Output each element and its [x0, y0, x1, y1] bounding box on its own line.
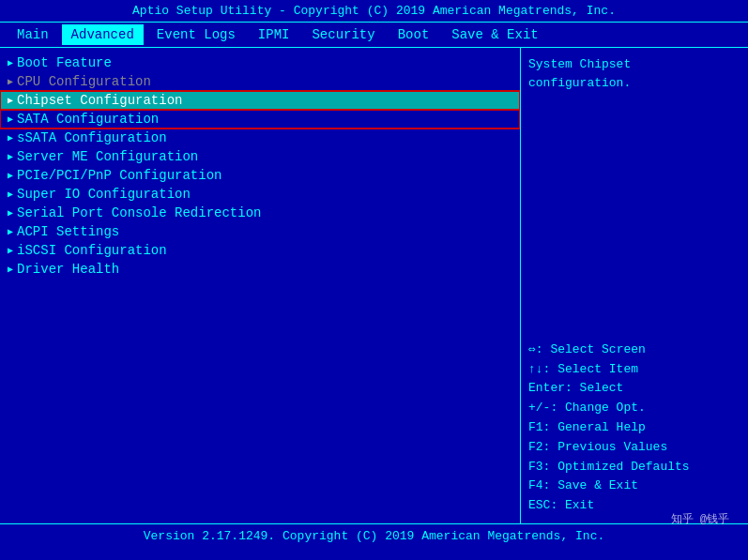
menu-item-boot[interactable]: Boot [389, 24, 439, 45]
menu-item-2[interactable]: ▶Chipset Configuration [0, 91, 520, 110]
key-help-line: Enter: Select [528, 379, 740, 399]
arrow-icon-1: ▶ [8, 76, 13, 87]
left-panel: ▶Boot Feature▶CPU Configuration▶Chipset … [0, 48, 521, 523]
arrow-icon-9: ▶ [8, 226, 13, 237]
menu-item-ipmi[interactable]: IPMI [249, 24, 299, 45]
menu-item-advanced[interactable]: Advanced [62, 24, 144, 45]
menu-item-event-logs[interactable]: Event Logs [147, 24, 245, 45]
arrow-icon-5: ▶ [8, 151, 13, 162]
key-help-line: F1: General Help [528, 418, 740, 438]
menu-item-save-&-exit[interactable]: Save & Exit [442, 24, 547, 45]
arrow-icon-7: ▶ [8, 189, 13, 200]
help-line: System Chipset [528, 55, 740, 74]
menu-label-0: Boot Feature [17, 55, 112, 70]
arrow-icon-3: ▶ [8, 114, 13, 125]
arrow-icon-0: ▶ [8, 57, 13, 68]
menu-item-6[interactable]: ▶PCIe/PCI/PnP Configuration [0, 166, 520, 185]
menu-label-1: CPU Configuration [17, 74, 151, 89]
menu-item-0[interactable]: ▶Boot Feature [0, 53, 520, 72]
main-content: ▶Boot Feature▶CPU Configuration▶Chipset … [0, 48, 748, 523]
menu-label-3: SATA Configuration [17, 112, 159, 127]
menu-item-security[interactable]: Security [302, 24, 384, 45]
menu-label-5: Server ME Configuration [17, 149, 198, 164]
arrow-icon-8: ▶ [8, 207, 13, 219]
bottom-menu-item-1[interactable]: ▶Driver Health [0, 260, 520, 279]
menu-item-5[interactable]: ▶Server ME Configuration [0, 147, 520, 166]
menu-item-4[interactable]: ▶sSATA Configuration [0, 129, 520, 147]
title-text: Aptio Setup Utility - Copyright (C) 2019… [132, 4, 616, 18]
key-help-line: ⇔: Select Screen [528, 341, 740, 360]
key-help: ⇔: Select Screen↑↓: Select ItemEnter: Se… [528, 341, 740, 516]
key-help-line: F3: Optimized Defaults [528, 458, 740, 477]
help-text: System Chipsetconfiguration. [528, 55, 740, 92]
bottom-menu-label-1: Driver Health [17, 262, 119, 277]
title-bar: Aptio Setup Utility - Copyright (C) 2019… [0, 0, 748, 22]
key-help-line: F2: Previous Values [528, 438, 740, 458]
bottom-bar: Version 2.17.1249. Copyright (C) 2019 Am… [0, 523, 748, 548]
bottom-arrow-icon-0: ▶ [8, 245, 13, 256]
arrow-icon-4: ▶ [8, 132, 13, 144]
bottom-arrow-icon-1: ▶ [8, 264, 13, 275]
key-help-line: F4: Save & Exit [528, 477, 740, 496]
bottom-menu-label-0: iSCSI Configuration [17, 243, 167, 258]
menu-label-4: sSATA Configuration [17, 130, 167, 145]
arrow-icon-2: ▶ [8, 95, 13, 106]
menu-item-7[interactable]: ▶Super IO Configuration [0, 185, 520, 204]
help-line: configuration. [528, 74, 740, 93]
menu-item-1[interactable]: ▶CPU Configuration [0, 72, 520, 91]
menu-label-7: Super IO Configuration [17, 187, 191, 202]
arrow-icon-6: ▶ [8, 170, 13, 181]
menu-item-9[interactable]: ▶ACPI Settings [0, 222, 520, 241]
menu-item-8[interactable]: ▶Serial Port Console Redirection [0, 204, 520, 222]
menu-item-3[interactable]: ▶SATA Configuration [0, 110, 520, 129]
key-help-line: ↑↓: Select Item [528, 360, 740, 380]
footer-text: Version 2.17.1249. Copyright (C) 2019 Am… [144, 529, 604, 543]
right-panel: System Chipsetconfiguration. ⇔: Select S… [521, 48, 748, 523]
menu-label-6: PCIe/PCI/PnP Configuration [17, 168, 221, 183]
menu-item-main[interactable]: Main [8, 24, 58, 45]
menu-label-2: Chipset Configuration [17, 93, 182, 108]
bottom-menu-item-0[interactable]: ▶iSCSI Configuration [0, 241, 520, 260]
menu-bar: MainAdvancedEvent LogsIPMISecurityBootSa… [0, 22, 748, 48]
menu-label-9: ACPI Settings [17, 224, 119, 239]
menu-label-8: Serial Port Console Redirection [17, 205, 261, 220]
watermark: 知乎 @钱乎 [671, 511, 729, 527]
key-help-line: +/-: Change Opt. [528, 399, 740, 418]
